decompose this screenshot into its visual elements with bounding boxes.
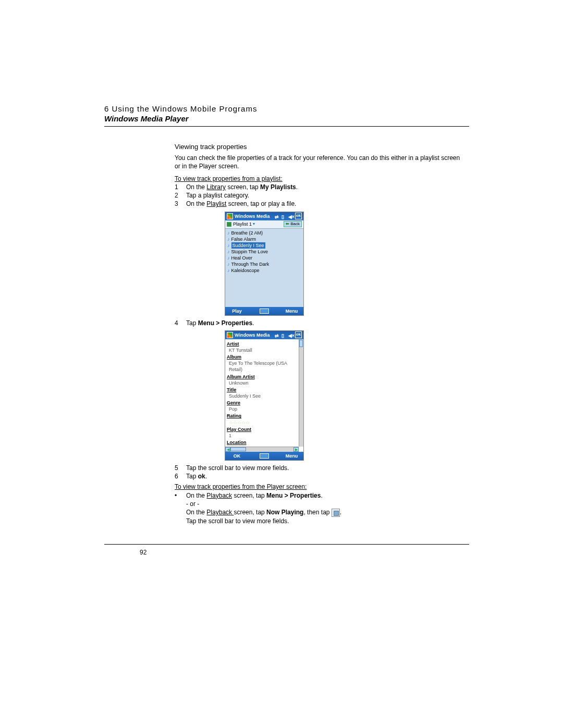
step-text: Tap ok.	[186, 472, 289, 480]
track-item[interactable]: ♪Heal Over	[225, 255, 303, 261]
bullet: •	[175, 491, 186, 525]
menu-softkey[interactable]: Menu	[280, 453, 303, 459]
track-label: Breathe (2 AM)	[231, 230, 263, 236]
note-icon: ♪	[227, 236, 230, 242]
divider	[104, 126, 469, 127]
ok-button[interactable]: ok	[295, 331, 302, 338]
prop-value: Eye To The Telescope (USA Retail)	[229, 360, 297, 373]
procedure-2-title: To view track properties from the Player…	[175, 483, 467, 491]
step-num: 2	[175, 191, 186, 200]
playback-link: Playback	[206, 492, 232, 499]
prop-label: Genre	[227, 400, 297, 406]
start-flag-icon[interactable]	[227, 213, 233, 219]
step-list-1: 1 On the Library screen, tap My Playlist…	[175, 183, 298, 208]
app-title: Windows Media	[235, 213, 275, 219]
t: On the	[186, 183, 206, 191]
properties-panel: Artist KT Tunstall Album Eye To The Tele…	[225, 339, 303, 452]
note-icon: ♪	[227, 267, 230, 274]
scroll-right-arrow[interactable]: ▶	[293, 447, 299, 452]
note-icon: ♪	[227, 249, 230, 255]
prop-value: KT Tunstall	[229, 347, 297, 353]
bullet-text: On the Playback screen, tap Menu > Prope…	[186, 491, 341, 525]
menu-properties-label: Menu > Properties	[198, 319, 252, 327]
prop-value: Suddenly I See	[229, 393, 297, 399]
prop-label: Rating	[227, 413, 297, 419]
playback-link: Playback	[206, 509, 234, 516]
step-text: Tap a playlist category.	[186, 191, 298, 200]
t: On the	[186, 509, 206, 516]
divider	[104, 544, 469, 545]
t: .	[321, 492, 322, 499]
note-icon: ♪	[227, 242, 230, 249]
ok-button[interactable]: ok	[295, 213, 302, 219]
back-label: Back	[290, 221, 300, 227]
prop-value: Unknown	[229, 380, 297, 386]
t: Tap	[186, 473, 198, 480]
step-text: On the Playlist screen, tap or play a fi…	[186, 200, 298, 208]
t: .	[205, 473, 207, 480]
note-icon: ♪	[227, 255, 230, 261]
signal-icon: ▯	[282, 214, 287, 219]
properties-content: Artist KT Tunstall Album Eye To The Tele…	[225, 339, 299, 452]
menu-softkey[interactable]: Menu	[280, 308, 303, 314]
device-titlebar: Windows Media ⇄ ▯ ◀× ok	[225, 331, 303, 339]
prop-label: Play Count	[227, 426, 297, 433]
step-text: Tap Menu > Properties.	[186, 319, 254, 327]
track-label: Heal Over	[231, 255, 253, 261]
start-flag-icon[interactable]	[227, 332, 233, 338]
step-text: On the Library screen, tap My Playlists.	[186, 183, 298, 191]
signal-icon: ▯	[282, 332, 287, 338]
ok-label: ok	[198, 473, 205, 480]
t: On the	[186, 200, 206, 207]
t: On the	[186, 492, 206, 499]
t: .	[340, 509, 341, 516]
track-label-selected: Suddenly I See	[231, 242, 265, 249]
scroll-track[interactable]	[230, 447, 293, 452]
track-label: Through The Dark	[231, 261, 270, 267]
prop-label: Location	[227, 439, 297, 446]
step-4: 4 Tap Menu > Properties.	[175, 319, 254, 327]
connectivity-icon: ⇄	[275, 214, 280, 219]
track-item[interactable]: ♪Suddenly I See	[225, 242, 303, 249]
track-list: ♪Breathe (2 AM) ♪False Alarm ♪Suddenly I…	[225, 229, 303, 307]
track-item[interactable]: ♪Through The Dark	[225, 261, 303, 267]
chapter-title: 6 Using the Windows Mobile Programs	[104, 104, 469, 113]
scrollbar-thumb[interactable]	[230, 447, 246, 451]
ok-softkey[interactable]: OK	[225, 453, 249, 459]
my-playlists-label: My Playlists	[260, 183, 296, 191]
prop-label: Album	[227, 354, 297, 360]
scroll-left-arrow[interactable]: ◀	[225, 447, 230, 452]
track-item[interactable]: ♪Breathe (2 AM)	[225, 230, 303, 236]
track-item[interactable]: ♪False Alarm	[225, 236, 303, 242]
content-area: Viewing track properties You can check t…	[175, 142, 467, 525]
page-number: 92	[140, 549, 469, 556]
dropdown-arrow-icon: ▾	[253, 221, 255, 227]
play-icon	[227, 222, 231, 227]
scrollbar-thumb[interactable]	[299, 340, 303, 347]
track-label: False Alarm	[231, 236, 256, 242]
volume-icon: ◀×	[288, 214, 293, 219]
track-item[interactable]: ♪Kaleidoscope	[225, 267, 303, 274]
horizontal-scrollbar[interactable]: ◀ ▶	[225, 447, 299, 452]
playlist-header[interactable]: Playlist 1 ▾ ⬅ Back	[225, 220, 303, 229]
connectivity-icon: ⇄	[275, 332, 280, 338]
menu-properties-label: Menu > Properties	[266, 492, 321, 499]
or-text: - or -	[186, 500, 341, 508]
t: screen, tap or play a file.	[226, 200, 296, 207]
play-softkey[interactable]: Play	[225, 308, 249, 314]
track-item[interactable]: ♪Stoppin The Love	[225, 249, 303, 255]
vertical-scrollbar[interactable]	[299, 339, 303, 447]
t: screen, tap	[232, 492, 266, 499]
track-label: Kaleidoscope	[231, 267, 260, 274]
keyboard-icon[interactable]	[260, 453, 269, 459]
back-button[interactable]: ⬅ Back	[284, 221, 302, 227]
app-title: Windows Media	[235, 332, 275, 338]
playlist-link: Playlist	[206, 200, 226, 207]
step-num: 5	[175, 464, 186, 472]
step-num: 6	[175, 472, 186, 480]
procedure-1-title: To view track properties from a playlist…	[175, 175, 467, 183]
track-label: Stoppin The Love	[231, 249, 268, 255]
keyboard-icon[interactable]	[260, 309, 269, 314]
screenshot-properties: Windows Media ⇄ ▯ ◀× ok Artist KT Tunsta…	[225, 330, 304, 461]
screenshot-playlist: Windows Media ⇄ ▯ ◀× ok Playlist 1 ▾ ⬅ B…	[225, 212, 304, 316]
